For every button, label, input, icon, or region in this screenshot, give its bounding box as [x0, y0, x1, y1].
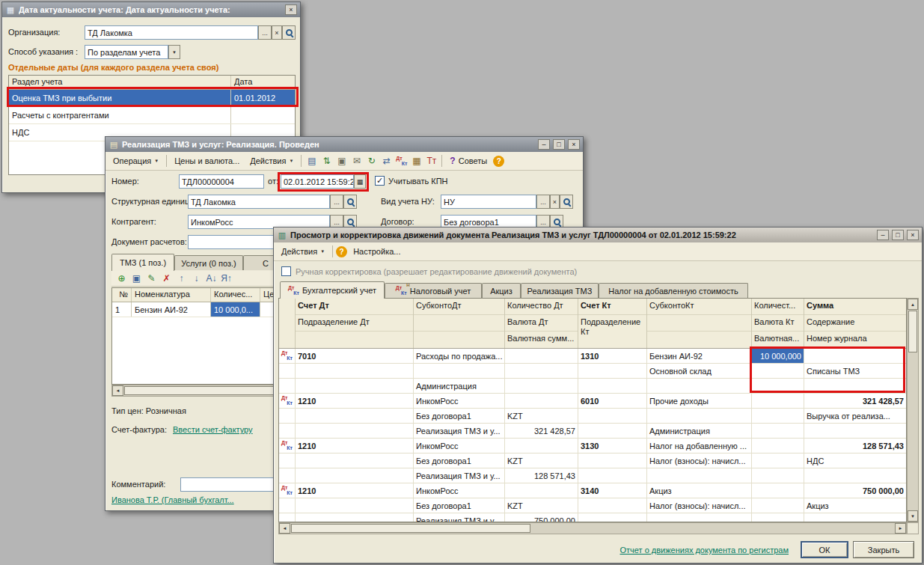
tab-excise[interactable]: Акциз	[482, 283, 521, 298]
unit-select-button[interactable]: ...	[330, 195, 343, 209]
movement-cell[interactable]: 6010	[578, 394, 647, 408]
movement-cell[interactable]	[752, 453, 804, 468]
movement-cell[interactable]	[752, 483, 804, 498]
window-movements[interactable]: ▥ Просмотр и корректировка движений доку…	[273, 227, 923, 564]
movement-cell[interactable]	[804, 349, 906, 363]
movement-cell[interactable]: 750 000,00	[804, 483, 906, 498]
tips-button[interactable]: ? Советы	[445, 154, 492, 168]
delete-row-icon[interactable]: ✗	[159, 272, 174, 285]
col-header-nomenclature[interactable]: Номенклатура	[132, 288, 211, 302]
movement-cell[interactable]: 750 000,00	[505, 513, 578, 522]
movement-cell[interactable]: 3140	[578, 483, 647, 498]
movement-cell[interactable]: Налог на добавленную ...	[647, 439, 752, 453]
movement-cell[interactable]	[505, 364, 578, 378]
movement-cell[interactable]: ИнкомРосс	[414, 439, 505, 453]
movement-cell[interactable]: Реализация ТМЗ и у...	[414, 468, 505, 483]
movement-cell[interactable]: Без договора1	[414, 409, 505, 423]
movement-cell[interactable]: Реализация ТМЗ и у...	[414, 513, 505, 522]
movement-cell[interactable]: Выручка от реализа...	[804, 409, 906, 423]
ok-button[interactable]: ОК	[801, 541, 848, 558]
movement-cell[interactable]	[505, 394, 578, 408]
movement-cell[interactable]: НДС	[804, 453, 906, 468]
movement-cell[interactable]	[505, 483, 578, 498]
section-row[interactable]: Оценка ТМЗ при выбытии01.01.2012	[9, 90, 295, 107]
close-button[interactable]: ×	[285, 4, 297, 15]
movement-cell[interactable]: 1210	[296, 483, 414, 498]
nu-lookup-button[interactable]	[560, 195, 573, 209]
add-row-icon[interactable]: ⊕	[114, 272, 129, 285]
nu-clear-button[interactable]: ×	[550, 195, 560, 209]
actions-menu[interactable]: Действия ▼	[277, 245, 329, 257]
related-docs-icon[interactable]: ⇄	[379, 154, 394, 168]
movement-row[interactable]: ДтКт7010Расходы по продажа...1310Бензин …	[279, 349, 906, 364]
section-cell[interactable]: Оценка ТМЗ при выбытии	[9, 90, 231, 106]
movement-cell[interactable]: 321 428,57	[505, 424, 578, 438]
movement-cell[interactable]: KZT	[505, 409, 578, 423]
minimize-button[interactable]: –	[877, 230, 889, 240]
grid-header-col[interactable]: Количество ДтВалюта ДтВалютная сумм...	[505, 299, 578, 348]
movement-cell[interactable]: Без договора1	[414, 498, 505, 513]
copy-row-icon[interactable]: ▣	[129, 272, 144, 285]
move-up-icon[interactable]: ↑	[174, 272, 189, 285]
grid-header-col[interactable]: Количест...Валюта КтВалютная...	[752, 299, 804, 348]
movement-row[interactable]: ДтКт1210ИнкомРосс3130Налог на добавленну…	[279, 439, 906, 453]
manual-adjust-checkbox[interactable]	[281, 266, 291, 276]
titlebar[interactable]: ▦ Дата актуальности учета: Дата актуальн…	[2, 2, 300, 17]
help-icon[interactable]: ?	[493, 156, 504, 167]
grid-header-col[interactable]: СубконтоКт	[647, 299, 752, 348]
tab-vat[interactable]: Налог на добавленную стоимость	[599, 283, 748, 298]
number-input[interactable]: ТДЛ00000004	[179, 174, 264, 189]
movement-cell[interactable]	[647, 513, 752, 522]
date-input[interactable]: 02.01.2012 15:59:22	[281, 174, 354, 189]
sort-desc-icon[interactable]: Я↑	[219, 272, 233, 285]
operation-menu[interactable]: Операция ▼	[108, 155, 163, 167]
mail-icon[interactable]: ✉	[349, 154, 364, 168]
sort-asc-icon[interactable]: А↓	[204, 272, 218, 285]
org-clear-button[interactable]: ×	[272, 25, 282, 40]
movement-cell[interactable]	[578, 424, 647, 438]
grid-header-col[interactable]: СуммаСодержаниеНомер журнала	[804, 299, 906, 348]
movement-cell[interactable]: Реализация ТМЗ и у...	[414, 424, 505, 438]
movement-row[interactable]: Без договора1KZTНалог (взносы): начисл..…	[279, 453, 906, 468]
movement-cell[interactable]	[578, 513, 647, 522]
movement-cell[interactable]	[804, 424, 906, 438]
movement-cell[interactable]: 128 571,43	[505, 468, 578, 483]
movement-row[interactable]: ДтКт1210ИнкомРосс6010Прочие доходы321 42…	[279, 394, 906, 409]
movement-cell[interactable]: KZT	[505, 498, 578, 513]
grid-header-col[interactable]: СубконтоДт	[414, 299, 505, 348]
settings-button[interactable]: Настройка...	[349, 245, 405, 257]
section-cell[interactable]: Расчеты с контрагентами	[9, 107, 231, 123]
movement-cell[interactable]	[752, 513, 804, 522]
actions-menu[interactable]: Действия ▼	[245, 155, 298, 167]
movement-cell[interactable]	[578, 409, 647, 423]
movement-cell[interactable]: Без договора1	[414, 453, 505, 468]
col-header-num[interactable]: №	[112, 288, 132, 302]
movement-cell[interactable]	[752, 364, 804, 378]
movement-cell[interactable]	[296, 513, 414, 522]
movement-cell[interactable]: KZT	[505, 453, 578, 468]
maximize-button[interactable]: □	[553, 139, 565, 150]
titlebar[interactable]: ▤ Реализация ТМЗ и услуг: Реализация. Пр…	[105, 137, 583, 152]
close-button[interactable]: ×	[568, 139, 580, 150]
minimize-button[interactable]: –	[538, 139, 550, 150]
scroll-left-button[interactable]: ◄	[112, 385, 123, 396]
movement-cell[interactable]: Администрация	[414, 379, 505, 393]
movement-cell[interactable]: 7010	[296, 349, 414, 363]
nu-select-button[interactable]: ...	[536, 195, 550, 209]
scroll-thumb[interactable]	[291, 524, 530, 533]
scroll-down-button[interactable]: ▼	[908, 510, 918, 522]
date-cell[interactable]	[231, 107, 295, 123]
scroll-up-button[interactable]: ▲	[908, 299, 918, 310]
movement-cell[interactable]	[505, 439, 578, 453]
scroll-thumb[interactable]	[124, 386, 289, 395]
invoice-link[interactable]: Ввести счет-фактуру	[173, 425, 253, 434]
movement-cell[interactable]: Налог (взносы): начисл...	[647, 453, 752, 468]
movement-cell[interactable]	[578, 379, 647, 393]
movement-cell[interactable]: Списаны ТМЗ	[804, 364, 906, 378]
movement-row[interactable]: ДтКт1210ИнкомРосс3140Акциз750 000,00	[279, 483, 906, 498]
movement-cell[interactable]	[647, 379, 752, 393]
movement-cell[interactable]	[752, 409, 804, 423]
movement-cell[interactable]	[296, 424, 414, 438]
close-window-button[interactable]: Закрыть	[853, 541, 914, 558]
col-header-quantity[interactable]: Количес...	[211, 288, 260, 302]
